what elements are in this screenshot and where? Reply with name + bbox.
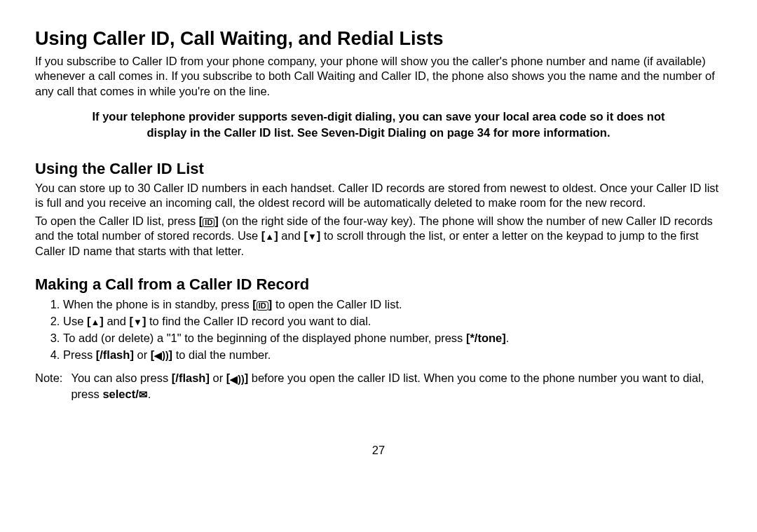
up-icon: ▲ [265,232,274,241]
section1-para1: You can store up to 30 Caller ID numbers… [35,181,722,211]
page-number: 27 [35,444,722,457]
speaker-icon: ◀)) [154,349,168,363]
text: When the phone is in standby, press [63,298,252,311]
section1-title: Using the Caller ID List [35,160,722,178]
text: and [281,229,304,242]
flash-key: /flash [100,348,130,361]
step-2: Use [▲] and [▼] to find the Caller ID re… [63,313,722,329]
text: . [506,332,510,344]
text: to find the Caller ID record you want to… [149,315,371,327]
down-icon: ▼ [308,232,317,241]
intro-paragraph: If you subscribe to Caller ID from your … [35,54,722,99]
select-key: select/ [102,388,138,400]
text: or [213,371,226,384]
envelope-icon: ✉ [139,388,148,402]
text: . [148,388,151,400]
steps-list: When the phone is in standby, press [ID]… [49,296,722,363]
text: To open the Caller ID list, press [35,214,199,227]
up-icon: ▲ [90,318,100,327]
section1-para2: To open the Caller ID list, press [ID] (… [35,214,722,259]
step-3: To add (or delete) a "1" to the beginnin… [63,330,722,346]
text: To add (or delete) a "1" to the beginnin… [63,332,466,344]
text: and [107,315,129,327]
id-icon: ID [257,301,268,311]
flash-key: /flash [175,371,205,384]
footnote-label: Note: [35,370,62,402]
step-4: Press [/flash] or [◀))] to dial the numb… [63,347,722,363]
text: to dial the number. [176,348,271,361]
tone-key: */tone [470,332,502,344]
text: You can also press [71,371,171,384]
page-title: Using Caller ID, Call Waiting, and Redia… [35,28,722,50]
speaker-icon: ◀)) [230,373,244,386]
down-icon: ▼ [133,318,142,327]
step-1: When the phone is in standby, press [ID]… [63,296,722,313]
text: or [137,348,150,361]
boxed-note: If your telephone provider supports seve… [77,109,680,140]
text: to open the Caller ID list. [275,298,402,311]
section2-title: Making a Call from a Caller ID Record [35,275,722,294]
footnote: Note: You can also press [/flash] or [◀)… [35,370,722,402]
text: Use [63,315,87,327]
footnote-text: You can also press [/flash] or [◀))] bef… [71,370,722,402]
id-icon: ID [203,218,214,227]
text: Press [63,348,96,361]
